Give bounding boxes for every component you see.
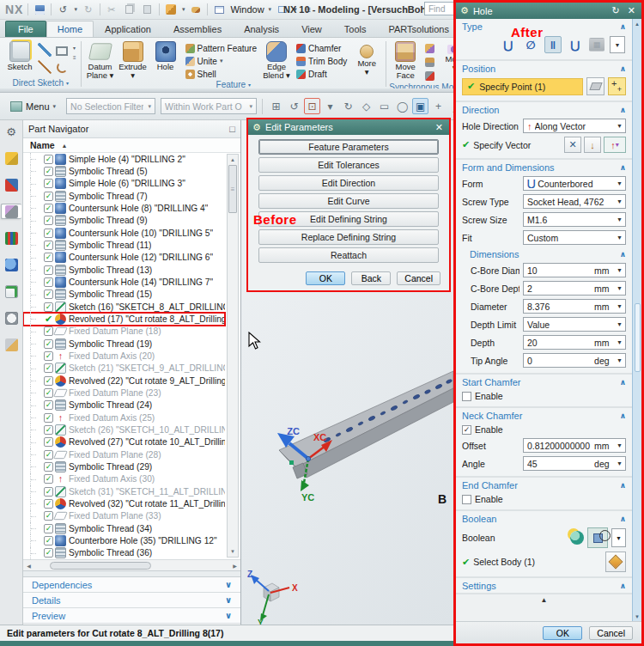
- internet-page-icon[interactable]: [3, 283, 19, 299]
- undo-button[interactable]: ↺: [56, 3, 70, 16]
- suppress-checkbox[interactable]: ✓: [44, 474, 53, 484]
- tab-assemblies[interactable]: Assemblies: [162, 21, 233, 37]
- suppress-checkbox[interactable]: ✓: [44, 437, 53, 447]
- panel-dependencies[interactable]: Dependencies∨: [23, 577, 240, 593]
- screw-size-input[interactable]: M1.6▼: [523, 212, 626, 227]
- tip-angle-input[interactable]: 0deg▼: [523, 353, 626, 368]
- dimensions-subsection-header[interactable]: Dimensions∧: [456, 247, 632, 261]
- fit-input[interactable]: Custom▼: [523, 230, 626, 245]
- close-icon[interactable]: ✕: [434, 122, 445, 133]
- tree-item[interactable]: ✓Countersunk Hole (10) "DRILLING 5": [23, 227, 225, 239]
- tree-item[interactable]: ✓Sketch (16) "SKETCH_8_ALT_DRILLING_8": [23, 301, 225, 313]
- delete-face-icon[interactable]: [425, 71, 434, 81]
- web-browser-icon[interactable]: [3, 257, 19, 272]
- tree-item[interactable]: ✓Sketch (26) "SKETCH_10_ALT_DRILLING_10": [23, 424, 225, 436]
- applied-check-icon[interactable]: ✔: [43, 314, 54, 324]
- tree-item[interactable]: ✓Symbolic Thread (19): [23, 338, 225, 350]
- suppress-checkbox[interactable]: ✓: [44, 265, 53, 275]
- tree-item[interactable]: ✓Countersunk Hole (14) "DRILLING 7": [23, 276, 225, 288]
- tree-item[interactable]: ✓Symbolic Thread (5): [23, 165, 225, 177]
- tree-item[interactable]: ✓Symbolic Thread (29): [23, 460, 225, 472]
- view-cube-button[interactable]: [164, 3, 178, 16]
- suppress-checkbox[interactable]: ✓: [44, 511, 53, 521]
- offset-input[interactable]: 0.81200000000mm▼: [523, 438, 626, 453]
- neck-chamfer-header[interactable]: Neck Chamfer∧: [456, 408, 632, 423]
- paste-button[interactable]: [141, 3, 155, 16]
- fit-view-icon[interactable]: +: [430, 98, 447, 114]
- profile-curve-button[interactable]: [38, 43, 52, 57]
- close-icon[interactable]: ✕: [626, 5, 637, 16]
- panel-details[interactable]: Details∨: [23, 593, 240, 608]
- orbit-icon[interactable]: ↺: [286, 98, 302, 114]
- subtract-boolean-button[interactable]: [587, 527, 608, 548]
- shell-button[interactable]: Shell: [184, 68, 258, 80]
- tree-item[interactable]: ✓↑Fixed Datum Axis (30): [23, 473, 225, 485]
- screw-clearance-hole-icon[interactable]: ‖: [544, 36, 562, 53]
- tree-item[interactable]: ✓Revolved (22) "Cut rotate 9_ALT_Drillin…: [23, 375, 225, 387]
- reset-icon[interactable]: ↻: [611, 5, 622, 16]
- suppress-checkbox[interactable]: ✓: [44, 487, 53, 497]
- tab-application[interactable]: Application: [94, 21, 162, 37]
- depth-input[interactable]: 20mm▼: [523, 335, 626, 350]
- cancel-button[interactable]: Cancel: [397, 271, 440, 285]
- suppress-checkbox[interactable]: ✓: [44, 499, 53, 509]
- boolean-dropdown[interactable]: ▼: [611, 528, 626, 547]
- suppress-checkbox[interactable]: ✓: [44, 351, 53, 361]
- datum-plane-button[interactable]: Datum Plane ▾: [84, 40, 117, 79]
- scroll-right-icon[interactable]: ▶: [229, 563, 240, 569]
- end-chamfer-header[interactable]: End Chamfer∧: [456, 478, 632, 492]
- c-bore-depth-input[interactable]: 2mm▼: [523, 281, 626, 296]
- pull-face-icon[interactable]: [425, 44, 434, 53]
- tree-item[interactable]: ✓Revolved (27) "Cut rotate 10_ALT_Drilli…: [23, 436, 225, 448]
- panel-splitter[interactable]: [23, 570, 240, 577]
- scrollbar-thumb[interactable]: [635, 303, 641, 372]
- suppress-checkbox[interactable]: ✓: [44, 167, 53, 176]
- touch-mode-button[interactable]: [189, 3, 203, 16]
- view-cube-dropdown-icon[interactable]: ▾: [182, 6, 185, 13]
- scrollbar-thumb[interactable]: ≡: [228, 165, 237, 213]
- tree-item[interactable]: ✓Simple Hole (6) "DRILLING 3": [23, 178, 225, 190]
- c-bore-diameter-input[interactable]: 10mm▼: [523, 263, 626, 277]
- suppress-checkbox[interactable]: ✓: [44, 253, 53, 262]
- pattern-feature-button[interactable]: Pattern Feature: [184, 42, 258, 54]
- tree-item[interactable]: ✓Symbolic Thread (9): [23, 215, 225, 227]
- back-button[interactable]: Back: [351, 271, 391, 285]
- specify-point-field[interactable]: ✔ Specify Point (1): [462, 78, 583, 95]
- suppress-checkbox[interactable]: ✓: [44, 425, 53, 435]
- suppress-checkbox[interactable]: ✓: [44, 302, 53, 312]
- scrollbar-thumb[interactable]: [50, 562, 151, 570]
- window-dropdown-icon[interactable]: ▾: [269, 6, 272, 13]
- reuse-library-icon[interactable]: [3, 230, 19, 246]
- selection-scope-dropdown[interactable]: Within Work Part O ▾: [161, 98, 257, 114]
- dialog-scrollbar[interactable]: ▲ ▼: [632, 19, 641, 621]
- screw-type-input[interactable]: Socket Head, 4762▼: [523, 194, 626, 209]
- tree-item[interactable]: ✓Symbolic Thread (15): [23, 289, 225, 301]
- undock-icon[interactable]: □: [229, 124, 235, 134]
- constraint-navigator-icon[interactable]: [3, 177, 19, 192]
- save-button[interactable]: [33, 3, 46, 16]
- replace-defining-string-button[interactable]: Replace Defining String: [258, 229, 439, 245]
- line-button[interactable]: [38, 60, 52, 74]
- tree-vertical-scrollbar[interactable]: ▲ ≡ ▼: [227, 154, 239, 558]
- tab-analysis[interactable]: Analysis: [233, 21, 290, 37]
- wireframe-sphere-icon[interactable]: ◯: [394, 98, 410, 114]
- direction-section-header[interactable]: Direction∧: [456, 102, 632, 117]
- suppress-checkbox[interactable]: ✓: [44, 192, 53, 201]
- point-dropdown-icon[interactable]: ▾: [322, 98, 338, 114]
- suppress-checkbox[interactable]: ✓: [44, 339, 53, 349]
- scroll-up-icon[interactable]: ▲: [635, 19, 640, 28]
- cut-button[interactable]: ✂: [105, 3, 118, 16]
- hole-direction-dropdown[interactable]: ↑ Along Vector ▼: [523, 119, 626, 133]
- tree-item[interactable]: ✓Symbolic Thread (7): [23, 190, 225, 202]
- scroll-down-icon[interactable]: ▼: [228, 546, 238, 557]
- part-navigator-icon[interactable]: [1, 204, 21, 219]
- suppress-checkbox[interactable]: ✓: [44, 400, 53, 410]
- refresh-view-icon[interactable]: ↻: [340, 98, 356, 114]
- part-top-face[interactable]: [279, 371, 453, 467]
- draft-button[interactable]: Draft: [295, 68, 349, 80]
- type-section-header[interactable]: Type∧: [456, 19, 632, 34]
- move-face-button[interactable]: Move Face: [389, 40, 422, 79]
- trim-body-button[interactable]: Trim Body: [295, 55, 349, 67]
- extrude-button[interactable]: Extrude ▾: [117, 40, 149, 79]
- boolean-section-header[interactable]: Boolean∧: [456, 511, 632, 526]
